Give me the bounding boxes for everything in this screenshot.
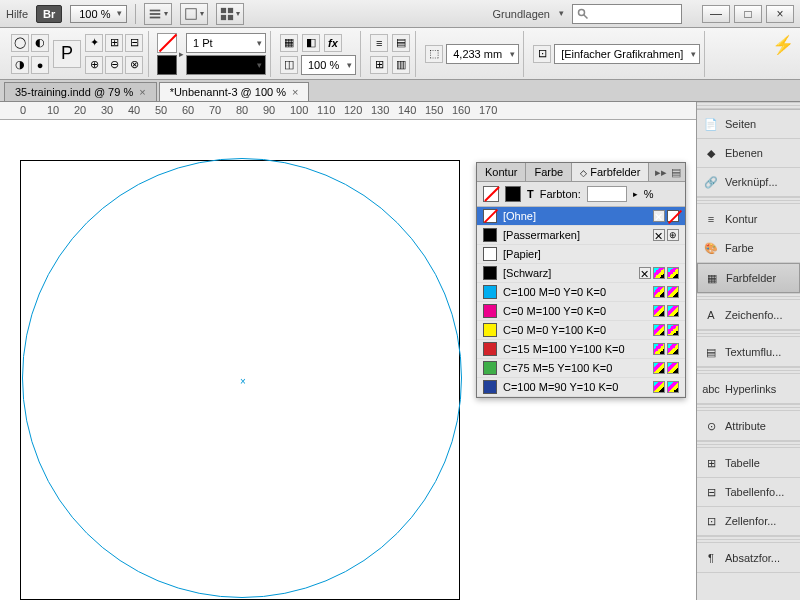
tstyle-icon: ⊟ [703,484,719,500]
swatch-row[interactable]: [Passermarken]✕⊕ [477,226,685,245]
layers-icon: ◆ [703,145,719,161]
opacity-select[interactable]: 100 % [301,55,356,75]
wrap-icon[interactable]: ▥ [392,56,410,74]
dock-panel-stroke[interactable]: ≡Kontur [697,205,800,234]
dock-panel-pstyle[interactable]: ¶Absatzfor... [697,544,800,573]
swatch-row[interactable]: [Ohne]✕ [477,207,685,226]
swatch-list: [Ohne]✕[Passermarken]✕⊕[Papier][Schwarz]… [477,207,685,397]
ruler-tick: 90 [263,104,275,116]
cstyle-icon: ⊡ [703,513,719,529]
char-icon: A [703,307,719,323]
close-button[interactable]: × [766,5,794,23]
effect-icon[interactable]: ◧ [302,34,320,52]
swatches-panel: Kontur Farbe ◇ Farbfelder ▸▸▤ T Farbton:… [476,162,686,398]
dock-panel-hyper[interactable]: abcHyperlinks [697,375,800,404]
document-tab[interactable]: 35-training.indd @ 79 %× [4,82,157,101]
dock-panel-table[interactable]: ⊞Tabelle [697,449,800,478]
swatch-row[interactable]: C=100 M=90 Y=10 K=0 [477,378,685,397]
dock-panel-cstyle[interactable]: ⊡Zellenfor... [697,507,800,536]
svg-rect-3 [186,8,197,19]
panel-tab-kontur[interactable]: Kontur [477,163,526,181]
swatch-row[interactable]: [Schwarz]✕ [477,264,685,283]
tool-icon[interactable]: ◐ [31,34,49,52]
ruler-tick: 0 [20,104,26,116]
tool-icon[interactable]: ⊖ [105,56,123,74]
tool-icon[interactable]: ⊞ [105,34,123,52]
wrap-icon[interactable]: ▤ [392,34,410,52]
arrange-button[interactable] [216,3,244,25]
swatch-row[interactable]: C=0 M=0 Y=100 K=0 [477,321,685,340]
swatch-name: C=0 M=0 Y=100 K=0 [503,324,647,336]
maximize-button[interactable]: □ [734,5,762,23]
attr-icon: ⊙ [703,418,719,434]
fill-none-swatch[interactable] [157,33,177,53]
dock-panel-attr[interactable]: ⊙Attribute [697,412,800,441]
tool-icon[interactable]: ● [31,56,49,74]
stroke-swatch[interactable] [157,55,177,75]
document-tab[interactable]: *Unbenannt-3 @ 100 %× [159,82,310,101]
tint-label: Farbton: [540,188,581,200]
swatch-row[interactable]: [Papier] [477,245,685,264]
effect-icon[interactable]: ▦ [280,34,298,52]
stroke-style-select[interactable] [186,55,266,75]
tool-icon[interactable]: ⊗ [125,56,143,74]
canvas[interactable]: 0102030405060708090100110120130140150160… [0,102,696,600]
swatch-badge-icon [653,267,665,279]
type-tool-icon[interactable]: P [53,40,81,68]
zoom-level-select[interactable]: 100 % [70,5,127,23]
swatch-badge-icon [653,362,665,374]
tool-icon[interactable]: ⊟ [125,34,143,52]
dock-panel-wrap[interactable]: ▤Textumflu... [697,338,800,367]
close-tab-icon[interactable]: × [139,86,145,98]
stroke-weight-select[interactable]: 1 Pt [186,33,266,53]
close-tab-icon[interactable]: × [292,86,298,98]
separator [135,4,136,24]
minimize-button[interactable]: — [702,5,730,23]
search-icon [577,8,589,20]
tint-input[interactable] [587,186,627,202]
workspace-select[interactable]: Grundlagen [487,6,565,22]
svg-point-8 [579,9,585,15]
svg-rect-2 [150,16,161,18]
swatch-badge-icon [653,286,665,298]
width-input[interactable]: 4,233 mm [446,44,519,64]
panel-collapse-icon[interactable]: ▸▸ [655,166,667,179]
stroke-proxy[interactable] [505,186,521,202]
ruler-tick: 60 [182,104,194,116]
fx-button[interactable]: fx [324,34,342,52]
fill-proxy[interactable] [483,186,499,202]
dock-panel-color[interactable]: 🎨Farbe [697,234,800,263]
swatch-row[interactable]: C=100 M=0 Y=0 K=0 [477,283,685,302]
control-panel: ◯◐ ◑● P ✦⊞⊟ ⊕⊖⊗ ▸ 1 Pt ▦◧fx ◫100 % ≡ ⊞ [0,28,800,80]
search-field[interactable] [572,4,682,24]
tool-icon[interactable]: ◑ [11,56,29,74]
tool-icon[interactable]: ✦ [85,34,103,52]
dock-panel-links[interactable]: 🔗Verknüpf... [697,168,800,197]
swatch-badge-icon [667,362,679,374]
dock-panel-pages[interactable]: 📄Seiten [697,110,800,139]
dock-panel-char[interactable]: AZeichenfo... [697,301,800,330]
screen-mode-button[interactable] [180,3,208,25]
swatch-row[interactable]: C=75 M=5 Y=100 K=0 [477,359,685,378]
panel-tab-farbe[interactable]: Farbe [526,163,572,181]
help-menu[interactable]: Hilfe [6,8,28,20]
bridge-button[interactable]: Br [36,5,62,23]
panel-tab-farbfelder[interactable]: ◇ Farbfelder [572,163,649,181]
frame-type-select[interactable]: [Einfacher Grafikrahmen] [554,44,700,64]
dock-panel-swatches[interactable]: ▦Farbfelder [697,263,800,293]
view-options-button[interactable] [144,3,172,25]
quick-apply-icon[interactable]: ⚡ [772,34,794,56]
align-icon[interactable]: ≡ [370,34,388,52]
swatch-name: C=0 M=100 Y=0 K=0 [503,305,647,317]
dock-panel-layers[interactable]: ◆Ebenen [697,139,800,168]
panel-menu-icon[interactable]: ▤ [671,166,681,179]
tool-icon[interactable]: ⊕ [85,56,103,74]
ruler-tick: 140 [398,104,416,116]
align-icon[interactable]: ⊞ [370,56,388,74]
dock-panel-tstyle[interactable]: ⊟Tabellenfo... [697,478,800,507]
tool-icon[interactable]: ◯ [11,34,29,52]
dock-label: Zeichenfo... [725,309,782,321]
swatch-row[interactable]: C=15 M=100 Y=100 K=0 [477,340,685,359]
window-controls: — □ × [702,5,794,23]
swatch-row[interactable]: C=0 M=100 Y=0 K=0 [477,302,685,321]
